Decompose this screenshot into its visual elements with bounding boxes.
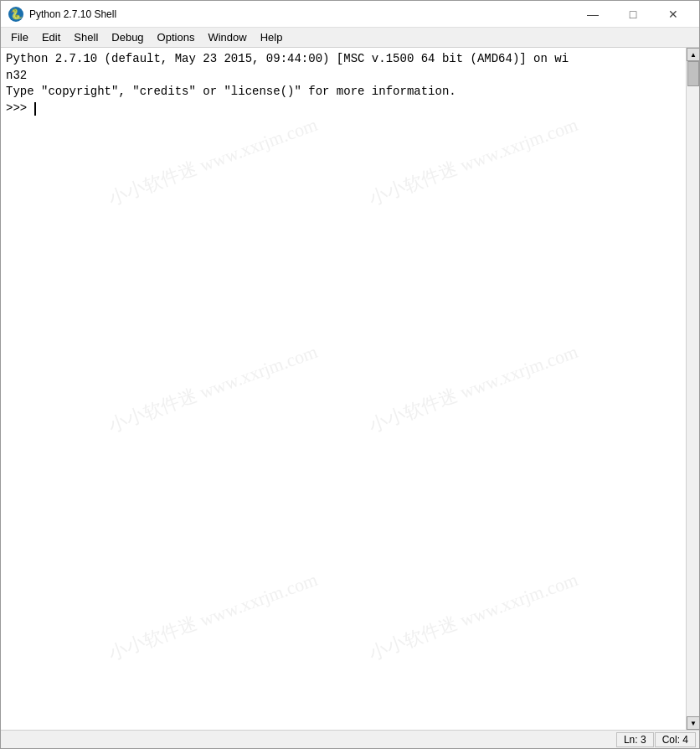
col-status: Col: 4 — [655, 732, 696, 747]
shell-text-area[interactable]: Python 2.7.10 (default, May 23 2015, 09:… — [1, 48, 686, 730]
menu-window[interactable]: Window — [201, 28, 253, 47]
close-button[interactable]: ✕ — [654, 1, 692, 28]
scroll-down-button[interactable]: ▼ — [687, 716, 699, 730]
menu-edit[interactable]: Edit — [35, 28, 67, 47]
scroll-up-button[interactable]: ▲ — [687, 48, 699, 61]
shell-line-2: n32 — [6, 68, 681, 85]
svg-text:🐍: 🐍 — [10, 8, 23, 20]
watermark-2: 小小软件迷 www.xxrjm.com 小小软件迷 www.xxrjm.com — [86, 338, 601, 439]
shell-line-1: Python 2.7.10 (default, May 23 2015, 09:… — [6, 51, 681, 68]
shell-line-3: Type "copyright", "credits" or "license(… — [6, 84, 681, 101]
menu-file[interactable]: File — [4, 28, 35, 47]
text-cursor — [34, 102, 36, 116]
watermark-1: 小小软件迷 www.xxrjm.com 小小软件迷 www.xxrjm.com — [86, 111, 601, 212]
line-status: Ln: 3 — [616, 732, 654, 747]
menu-options[interactable]: Options — [151, 28, 202, 47]
status-bar: Ln: 3 Col: 4 — [1, 730, 699, 748]
watermark-3: 小小软件迷 www.xxrjm.com 小小软件迷 www.xxrjm.com — [86, 566, 601, 667]
menu-shell[interactable]: Shell — [67, 28, 105, 47]
window-controls: — □ ✕ — [574, 1, 692, 28]
shell-prompt-line: >>> — [6, 101, 681, 117]
maximize-button[interactable]: □ — [614, 1, 652, 28]
scrollbar-thumb[interactable] — [687, 61, 699, 86]
scrollbar[interactable]: ▲ ▼ — [686, 48, 699, 730]
minimize-button[interactable]: — — [574, 1, 612, 28]
menu-help[interactable]: Help — [254, 28, 290, 47]
menu-debug[interactable]: Debug — [105, 28, 150, 47]
window-title: Python 2.7.10 Shell — [29, 8, 574, 20]
app-icon: 🐍 — [8, 6, 24, 23]
shell-content: Python 2.7.10 (default, May 23 2015, 09:… — [1, 48, 699, 730]
menu-bar: File Edit Shell Debug Options Window Hel… — [1, 28, 699, 48]
title-bar: 🐍 Python 2.7.10 Shell — □ ✕ — [1, 1, 699, 28]
shell-prompt: >>> — [6, 101, 34, 117]
watermark-container: 小小软件迷 www.xxrjm.com 小小软件迷 www.xxrjm.com … — [1, 48, 686, 730]
main-window: 🐍 Python 2.7.10 Shell — □ ✕ File Edit Sh… — [0, 0, 700, 749]
scrollbar-track[interactable] — [687, 61, 699, 716]
